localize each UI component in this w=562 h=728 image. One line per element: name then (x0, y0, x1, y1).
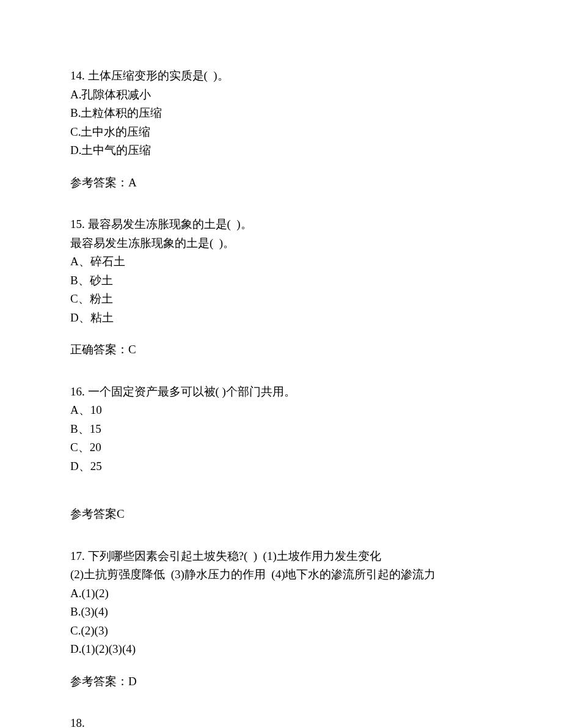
question-text: 一个固定资产最多可以被( )个部门共用。 (88, 385, 296, 398)
option-b: B.(3)(4) (70, 603, 492, 621)
option-d: D.土中气的压缩 (70, 142, 492, 160)
question-14: 14. 土体压缩变形的实质是( )。 A.孔隙体积减小 B.土粒体积的压缩 C.… (70, 67, 492, 191)
answer-label: 参考答案C (70, 506, 492, 523)
option-c: C、20 (70, 439, 492, 457)
question-stem: 16. 一个固定资产最多可以被( )个部门共用。 (70, 383, 492, 401)
option-d: D.(1)(2)(3)(4) (70, 641, 492, 658)
option-a: A.(1)(2) (70, 585, 492, 603)
option-a: A.孔隙体积减小 (70, 86, 492, 104)
option-b: B、砂土 (70, 272, 492, 290)
question-16: 16. 一个固定资产最多可以被( )个部门共用。 A、10 B、15 C、20 … (70, 383, 492, 523)
question-number: 16. (70, 385, 85, 398)
answer-label: 参考答案：A (70, 174, 492, 192)
question-number: 14. (70, 69, 85, 82)
question-stem-cont: (2)土抗剪强度降低 (3)静水压力的作用 (4)地下水的渗流所引起的渗流力 (70, 566, 492, 584)
question-stem: 17. 下列哪些因素会引起土坡失稳?( ) (1)土坡作用力发生变化 (70, 548, 492, 565)
question-number: 17. (70, 550, 85, 562)
option-d: D、25 (70, 458, 492, 476)
question-18: 18. 土坡滑动的稳定安全系数只能用滑动面上抗滑力矩与滑动力矩的比值来表示。( … (70, 715, 492, 728)
question-15: 15. 最容易发生冻胀现象的土是( )。 最容易发生冻胀现象的土是( )。 A、… (70, 216, 492, 359)
question-text: 下列哪些因素会引起土坡失稳?( ) (1)土坡作用力发生变化 (88, 550, 381, 562)
option-b: B.土粒体积的压缩 (70, 105, 492, 122)
option-b: B、15 (70, 421, 492, 438)
question-text: 最容易发生冻胀现象的土是( )。 (88, 218, 252, 230)
option-a: A、10 (70, 402, 492, 419)
option-c: C.(2)(3) (70, 622, 492, 640)
question-number: 15. (70, 218, 85, 230)
question-text: 土体压缩变形的实质是( )。 (88, 69, 229, 82)
question-17: 17. 下列哪些因素会引起土坡失稳?( ) (1)土坡作用力发生变化 (2)土抗… (70, 548, 492, 691)
answer-label: 正确答案：C (70, 341, 492, 359)
question-stem-repeat: 最容易发生冻胀现象的土是( )。 (70, 235, 492, 252)
question-stem: 14. 土体压缩变形的实质是( )。 (70, 67, 492, 85)
option-c: C、粉土 (70, 290, 492, 308)
option-a: A、碎石土 (70, 253, 492, 271)
question-number: 18. (70, 715, 492, 728)
question-stem: 15. 最容易发生冻胀现象的土是( )。 (70, 216, 492, 233)
option-c: C.土中水的压缩 (70, 123, 492, 141)
answer-label: 参考答案：D (70, 673, 492, 691)
option-d: D、粘土 (70, 309, 492, 327)
